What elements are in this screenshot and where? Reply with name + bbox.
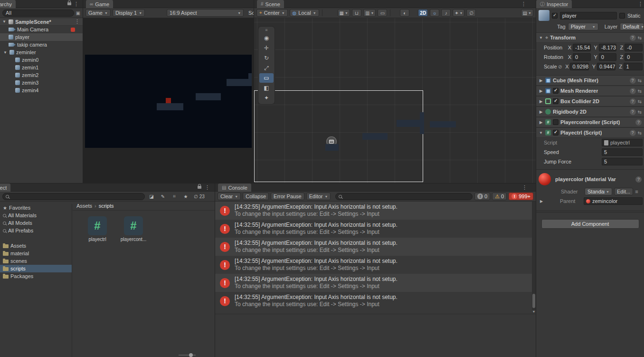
hidden-objects-toggle[interactable]: ∅ <box>466 9 476 17</box>
slider-knob[interactable] <box>189 353 193 357</box>
position-z-field[interactable]: -0 <box>625 44 643 51</box>
foldout-icon[interactable]: ▼ <box>0 206 1 210</box>
hierarchy-item-player[interactable]: player <box>0 33 83 41</box>
transform-tool-button[interactable]: ◧ <box>259 83 274 93</box>
open-in-search-icon[interactable]: ◪ <box>147 193 156 200</box>
preset-icon[interactable]: ⇆ <box>638 78 642 83</box>
asset-store-icon[interactable]: ✎ <box>158 193 168 200</box>
tree-material[interactable]: material <box>0 250 72 257</box>
aspect-dropdown[interactable]: 16:9 Aspect▼ <box>167 9 244 17</box>
console-entry[interactable]: ! [14:32:55] ArgumentException: Input Ax… <box>215 238 532 256</box>
component-box-collider-2d[interactable]: ▶ Box Collider 2D ? ⇆ <box>536 96 644 106</box>
collapse-toggle[interactable]: Collapse <box>243 193 269 200</box>
active-checkbox[interactable] <box>552 13 558 19</box>
preset-icon[interactable]: ⇆ <box>638 109 642 115</box>
scale-z-field[interactable]: 1 <box>624 63 643 70</box>
tree-assets[interactable]: ▼ Assets <box>0 242 72 250</box>
transform-header[interactable]: ▼ ⌖ Transform ? ⇆ <box>536 32 644 43</box>
rotate-tool-button[interactable]: ↻ <box>259 53 274 63</box>
icon-size-slider[interactable] <box>179 355 196 356</box>
hierarchy-item-takip-camera[interactable]: takip camera <box>0 41 83 48</box>
warning-count-toggle[interactable]: ⚠0 <box>492 193 507 200</box>
help-icon[interactable]: ? <box>630 35 636 41</box>
jump-force-field[interactable]: 5 <box>602 158 643 165</box>
hidden-count-toggle[interactable]: ∅23 <box>192 193 206 200</box>
error-pause-toggle[interactable]: Error Pause <box>271 193 304 200</box>
shader-edit-button[interactable]: Edit... <box>614 188 633 195</box>
tree-all-prefabs[interactable]: All Prefabs <box>0 227 72 234</box>
increment-snap-button[interactable]: ▥▼ <box>363 9 376 17</box>
editor-dropdown[interactable]: Editor▼ <box>306 193 331 200</box>
foldout-icon[interactable]: ▶ <box>539 89 543 93</box>
game-view[interactable] <box>83 18 254 183</box>
help-icon[interactable]: ? <box>635 176 642 183</box>
name-field[interactable]: player <box>560 12 617 19</box>
preset-icon[interactable]: ⇆ <box>638 35 642 40</box>
preset-icon[interactable]: ⇆ <box>638 130 642 135</box>
tag-dropdown[interactable]: Player▼ <box>568 23 598 30</box>
hierarchy-menu-icon[interactable]: ⋮ <box>74 1 79 7</box>
hierarchy-item-zemin4[interactable]: zemin4 <box>0 87 83 94</box>
script-object-field[interactable]: playectrl <box>602 139 643 146</box>
tree-all-models[interactable]: All Models <box>0 219 72 227</box>
console-entry[interactable]: ! [14:32:55] ArgumentException: Input Ax… <box>215 256 532 274</box>
scale-tool-button[interactable]: ⤢ <box>259 63 274 73</box>
foldout-icon[interactable]: ▶ <box>539 120 543 125</box>
effects-toggle[interactable]: ✦▼ <box>453 9 464 17</box>
display-dropdown[interactable]: Display 1▼ <box>113 9 145 17</box>
help-icon[interactable]: ? <box>630 98 636 105</box>
hierarchy-item-zemin0[interactable]: zemin0 <box>0 56 83 64</box>
component-playercontroller[interactable]: ▶ # Playercontroller (Script) ? <box>536 117 644 127</box>
material-header[interactable]: playercolor (Material Var ? <box>536 170 644 187</box>
scene-lighting-toggle[interactable]: ☼ <box>430 9 439 17</box>
ruler-button[interactable]: ▭ <box>378 9 387 17</box>
mode-2d-toggle[interactable]: 2D <box>418 9 428 17</box>
project-search-input[interactable] <box>2 193 145 200</box>
rotation-x-field[interactable]: 0 <box>573 53 591 61</box>
position-y-field[interactable]: -8.173 <box>599 44 617 51</box>
scene-menu-icon[interactable]: ⋮ <box>521 1 526 7</box>
asset-playercontroller[interactable]: # playercont... <box>120 216 147 242</box>
scale-link-icon[interactable]: ⊘ <box>558 64 562 69</box>
rect-tool-button[interactable]: ▭ <box>259 73 274 83</box>
move-tool-button[interactable]: ✛ <box>259 43 274 53</box>
lock-icon[interactable] <box>198 186 201 189</box>
rotation-y-field[interactable]: 0 <box>599 53 617 61</box>
tab-console[interactable]: ▤ Console <box>218 183 251 192</box>
hierarchy-item-zemin3[interactable]: zemin3 <box>0 79 83 87</box>
console-entry[interactable]: ! [14:32:55] ArgumentException: Input Ax… <box>215 292 532 310</box>
console-entry[interactable]: ! [14:32:55] ArgumentException: Input Ax… <box>215 220 532 238</box>
component-mesh-filter[interactable]: ▶ ▦ Cube (Mesh Filter) ? ⇆ <box>536 75 644 86</box>
tab-hierarchy[interactable]: Hierarchy <box>0 0 16 8</box>
scale-y-field[interactable]: 0.9447 <box>597 63 616 70</box>
display-mode-dropdown[interactable]: Game▼ <box>85 9 111 17</box>
console-menu-icon[interactable]: ⋮ <box>522 184 527 191</box>
layer-dropdown[interactable]: Default▼ <box>620 23 644 30</box>
snap-magnet-button[interactable]: ⊔ <box>352 9 361 17</box>
foldout-icon[interactable]: ▼ <box>539 36 543 40</box>
breadcrumb-current[interactable]: scripts <box>99 203 114 209</box>
foldout-icon[interactable]: ▶ <box>539 78 543 83</box>
material-foldout-icon[interactable]: ▶ <box>539 199 544 203</box>
hierarchy-item-zemin1[interactable]: zemin1 <box>0 64 83 71</box>
tab-scene[interactable]: # Scene <box>257 0 284 8</box>
breadcrumb-root[interactable]: Assets <box>76 203 92 209</box>
component-playectrl[interactable]: ▼ # Playectrl (Script) ? ⇆ <box>536 127 644 138</box>
preset-icon[interactable]: ⇆ <box>638 88 642 94</box>
help-icon[interactable]: ? <box>630 109 636 115</box>
foldout-icon[interactable]: ▼ <box>0 244 1 248</box>
label-icon[interactable]: ⌗ <box>170 193 179 200</box>
static-checkbox[interactable] <box>619 13 625 19</box>
tab-game[interactable]: ∞ Game <box>86 0 113 8</box>
tool-handle-pivot-button[interactable]: ⌖ Center▼ <box>256 9 288 17</box>
hierarchy-search-input[interactable]: All <box>2 10 74 17</box>
hierarchy-item-zeminler[interactable]: ▼ zeminler <box>0 48 83 56</box>
component-enabled-checkbox[interactable] <box>553 119 559 125</box>
add-component-button[interactable]: Add Component <box>541 219 639 229</box>
render-doodad-button[interactable]: ◐ <box>400 9 409 17</box>
component-mesh-renderer[interactable]: ▶ ▦ Mesh Renderer ? ⇆ <box>536 86 644 96</box>
tree-favorites[interactable]: ▼ ★ Favorites <box>0 204 72 212</box>
position-x-field[interactable]: -15.54 <box>573 44 591 51</box>
tree-scripts[interactable]: scripts <box>0 265 72 272</box>
lock-icon[interactable] <box>67 2 71 5</box>
